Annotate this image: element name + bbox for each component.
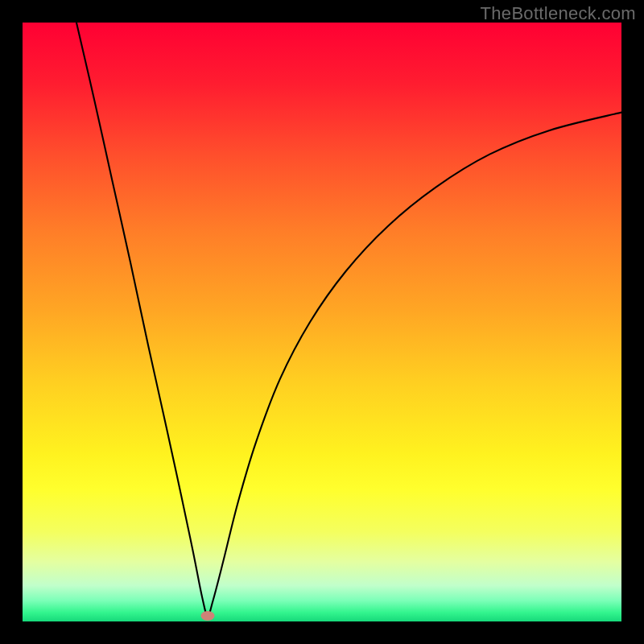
- svg-rect-0: [23, 23, 621, 621]
- watermark-text: TheBottleneck.com: [481, 3, 636, 24]
- optimal-point-marker: [200, 611, 214, 621]
- gradient-background: [23, 23, 621, 621]
- plot-area: [23, 23, 621, 621]
- chart-container: { "watermark": "TheBottleneck.com", "cha…: [0, 0, 644, 644]
